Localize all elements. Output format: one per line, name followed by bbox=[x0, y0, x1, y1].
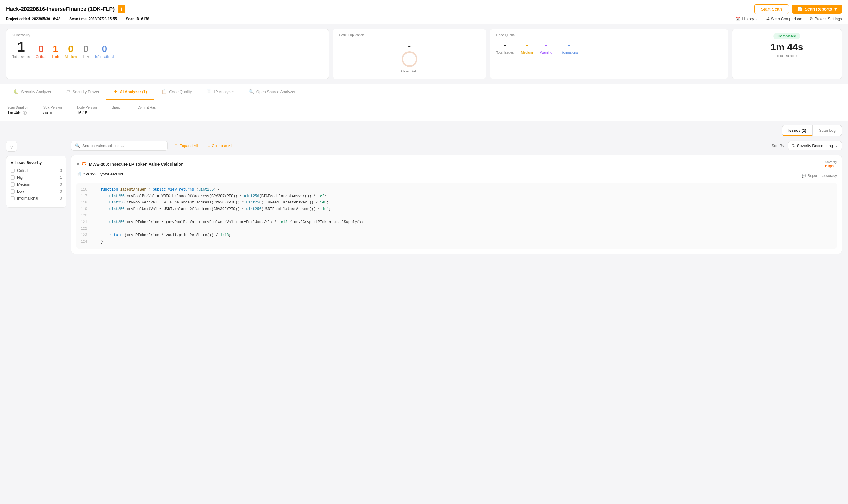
info-icon[interactable]: ⓘ bbox=[23, 111, 26, 115]
tab-security-analyzer[interactable]: 🐛 Security Analyzer bbox=[6, 84, 58, 100]
chevron-down-icon: ∨ bbox=[11, 160, 14, 165]
project-added-label: Project added bbox=[6, 17, 30, 21]
scan-log-tab[interactable]: Scan Log bbox=[813, 125, 842, 136]
issue-card-header: ∨ 🛡 MWE-200: Insecure LP Token Value Cal… bbox=[76, 160, 837, 168]
search-input[interactable] bbox=[82, 143, 164, 148]
file-icon: 📄 bbox=[76, 172, 81, 176]
issue-shield-icon: 🛡 bbox=[82, 162, 87, 167]
informational-count: 0 bbox=[60, 196, 62, 200]
vuln-low: 0 Low bbox=[83, 44, 89, 58]
code-line-117: 117 uint256 crvPoolBtcVal = WBTC.balance… bbox=[76, 193, 837, 200]
collapse-all-button[interactable]: ≡ Collapse All bbox=[205, 141, 235, 150]
severity-critical-item: Critical 0 bbox=[11, 168, 62, 173]
sort-select[interactable]: ⇅ Severity Descending ⌄ bbox=[788, 141, 842, 150]
line-num-118: 118 bbox=[76, 200, 92, 206]
issue-title: MWE-200: Insecure LP Token Value Calcula… bbox=[89, 162, 184, 167]
line-code-124: } bbox=[92, 239, 103, 245]
code-line-122: 122 bbox=[76, 226, 837, 232]
vuln-critical: 0 Critical bbox=[36, 44, 46, 58]
tab-security-prover[interactable]: 🛡 Security Prover bbox=[58, 85, 106, 100]
issue-severity-section: ∨ Issue Severity Critical 0 High 1 Mediu… bbox=[6, 156, 66, 208]
low-count: 0 bbox=[60, 189, 62, 194]
cq-warning-num: - bbox=[540, 41, 552, 50]
line-code-123: return (crvLPTokenPrice * vault.pricePer… bbox=[92, 232, 231, 239]
cq-informational: - Informational bbox=[560, 41, 579, 54]
start-scan-button[interactable]: Start Scan bbox=[754, 4, 789, 14]
code-line-123: 123 return (crvLPTokenPrice * vault.pric… bbox=[76, 232, 837, 239]
tab-code-quality-label: Code Quality bbox=[169, 90, 192, 94]
code-dup-inner: - Clone Rate bbox=[339, 40, 480, 75]
issue-card: ∨ 🛡 MWE-200: Insecure LP Token Value Cal… bbox=[71, 155, 842, 254]
critical-count: 0 bbox=[60, 168, 62, 173]
expand-all-button[interactable]: ⊞ Expand All bbox=[171, 141, 201, 150]
code-line-119: 119 uint256 crvPoolUsdtVal = USDT.balanc… bbox=[76, 206, 837, 213]
critical-checkbox[interactable] bbox=[11, 168, 15, 173]
code-line-116: 116 function latestAnswer() public view … bbox=[76, 186, 837, 193]
meta-bar: Project added 2023/05/30 16:48 Scan time… bbox=[0, 14, 848, 24]
report-inaccuracy-button[interactable]: 💬 Report Inaccuracy bbox=[801, 174, 837, 178]
issue-file-row: 📄 YVCrv3CryptoFeed.sol ⌄ 💬 Report Inaccu… bbox=[76, 172, 837, 179]
scan-comparison-action[interactable]: ⇄ Scan Comparison bbox=[766, 17, 802, 21]
top-bar-right: Start Scan 📄 Scan Reports ▾ bbox=[754, 4, 842, 14]
open-source-icon: 🔍 bbox=[248, 89, 254, 94]
tab-ip-analyzer[interactable]: 📄 IP Analyzer bbox=[199, 84, 241, 100]
vulnerability-card: Vulnerability 1 Total Issues 0 Critical … bbox=[6, 29, 329, 79]
vuln-low-label: Low bbox=[83, 55, 89, 58]
history-label: History bbox=[742, 17, 754, 21]
history-action[interactable]: 📅 History ⌄ bbox=[736, 17, 759, 21]
chevron-down-icon: ▾ bbox=[834, 7, 836, 12]
ai-analyzer-icon: ✦ bbox=[114, 89, 118, 94]
severity-value: High bbox=[825, 164, 837, 168]
scan-duration-value: 1m 44s ⓘ bbox=[7, 110, 28, 116]
security-analyzer-icon: 🐛 bbox=[13, 89, 19, 94]
vulnerability-title: Vulnerability bbox=[12, 33, 323, 37]
vuln-medium-label: Medium bbox=[65, 55, 76, 58]
vuln-critical-label: Critical bbox=[36, 55, 46, 58]
history-chevron-icon: ⌄ bbox=[756, 17, 759, 21]
tab-code-quality[interactable]: 📋 Code Quality bbox=[154, 84, 199, 100]
collapse-icon: ≡ bbox=[208, 143, 210, 148]
file-selector[interactable]: 📄 YVCrv3CryptoFeed.sol ⌄ bbox=[76, 172, 128, 176]
upload-icon[interactable]: ⬆ bbox=[118, 5, 125, 13]
issues-tab[interactable]: Issues (1) bbox=[782, 125, 813, 136]
code-quality-card: Code Quality - Total Issues - Medium - W… bbox=[490, 29, 728, 79]
code-line-120: 120 bbox=[76, 213, 837, 219]
code-quality-title: Code Quality bbox=[496, 33, 722, 37]
scan-duration: Scan Duration 1m 44s ⓘ bbox=[7, 106, 28, 116]
informational-checkbox[interactable] bbox=[11, 196, 15, 200]
search-box: 🔍 bbox=[71, 141, 168, 151]
vuln-informational: 0 Informational bbox=[95, 44, 114, 58]
issue-severity-title[interactable]: ∨ Issue Severity bbox=[11, 160, 62, 165]
issue-chevron-icon[interactable]: ∨ bbox=[76, 162, 79, 167]
scan-reports-button[interactable]: 📄 Scan Reports ▾ bbox=[792, 4, 842, 14]
tab-security-prover-label: Security Prover bbox=[72, 90, 99, 94]
filter-button[interactable]: ▽ bbox=[6, 141, 17, 151]
issue-title-row: ∨ 🛡 MWE-200: Insecure LP Token Value Cal… bbox=[76, 162, 184, 167]
line-num-116: 116 bbox=[76, 186, 92, 193]
cq-info-num: - bbox=[560, 41, 579, 50]
medium-count: 0 bbox=[60, 182, 62, 186]
tab-open-source-analyzer[interactable]: 🔍 Open Source Analyzer bbox=[241, 84, 303, 100]
line-num-123: 123 bbox=[76, 232, 92, 239]
node-value: 16.15 bbox=[77, 110, 97, 115]
high-checkbox[interactable] bbox=[11, 176, 15, 180]
solc-label: Solc Version bbox=[43, 106, 62, 109]
sort-icon: ⇅ bbox=[792, 143, 795, 148]
scan-reports-icon: 📄 bbox=[797, 7, 802, 12]
low-checkbox[interactable] bbox=[11, 189, 15, 194]
scan-id-value: 6178 bbox=[141, 17, 149, 21]
line-num-122: 122 bbox=[76, 226, 92, 232]
cq-total-num: - bbox=[496, 40, 514, 50]
issue-severity-block: Severity High bbox=[825, 160, 837, 168]
project-settings-action[interactable]: ⚙ Project Settings bbox=[809, 17, 842, 21]
commit-value: - bbox=[138, 110, 158, 115]
branch-label: Branch bbox=[112, 106, 122, 109]
commit-hash: Commit Hash - bbox=[138, 106, 158, 116]
ip-analyzer-icon: 📄 bbox=[206, 89, 212, 94]
branch-value: - bbox=[112, 110, 122, 115]
cq-warning: - Warning bbox=[540, 41, 552, 54]
vuln-info-num: 0 bbox=[95, 44, 114, 54]
medium-checkbox[interactable] bbox=[11, 182, 15, 186]
toolbar: 🔍 ⊞ Expand All ≡ Collapse All Sort By ⇅ … bbox=[71, 141, 842, 151]
tab-ai-analyzer[interactable]: ✦ AI Analyzer (1) bbox=[106, 84, 154, 100]
